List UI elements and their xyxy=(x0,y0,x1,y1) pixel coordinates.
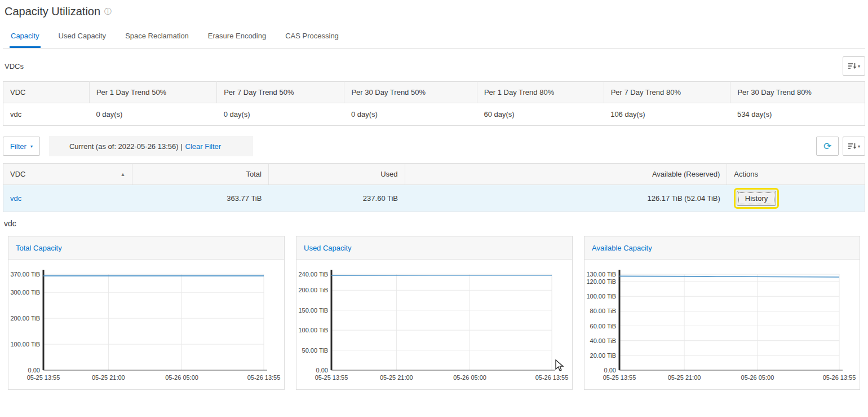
svg-text:05-25 13:55: 05-25 13:55 xyxy=(315,374,348,381)
capacity-utilization-page: Capacity Utilization ⓘ Capacity Used Cap… xyxy=(0,0,868,417)
trend-col-30d-80: Per 30 Day Trend 80% xyxy=(730,82,865,103)
chevron-down-icon: ▾ xyxy=(858,64,860,69)
trend-col-1d-50: Per 1 Day Trend 50% xyxy=(89,82,216,103)
filter-bar: Filter ▾ Current (as of: 2022-05-26 13:5… xyxy=(3,136,865,156)
filter-status-strip: Current (as of: 2022-05-26 13:56) | Clea… xyxy=(49,136,253,156)
svg-text:05-26 05:00: 05-26 05:00 xyxy=(741,374,774,381)
capacity-col-available[interactable]: Available (Reserved) xyxy=(405,164,727,185)
total-capacity-title: Total Capacity xyxy=(16,244,62,252)
svg-text:200.00 TiB: 200.00 TiB xyxy=(298,287,328,293)
vdc-trend-table: VDC Per 1 Day Trend 50% Per 7 Day Trend … xyxy=(3,81,865,126)
available-capacity-panel: Available Capacity 130.00 TiB120.00 TiB1… xyxy=(584,236,860,390)
svg-text:200.00 TiB: 200.00 TiB xyxy=(10,315,40,322)
svg-text:0.00: 0.00 xyxy=(28,367,40,374)
svg-text:40.00 TiB: 40.00 TiB xyxy=(590,337,616,344)
tab-capacity[interactable]: Capacity xyxy=(10,26,41,48)
used-capacity-title: Used Capacity xyxy=(304,244,352,252)
tab-used-capacity[interactable]: Used Capacity xyxy=(57,26,108,48)
capacity-col-vdc[interactable]: VDC ▲ xyxy=(3,164,132,185)
refresh-button[interactable]: ⟳ xyxy=(816,137,839,156)
vdcs-section-title: VDCs xyxy=(3,62,24,71)
svg-text:0.00: 0.00 xyxy=(604,367,616,374)
trend-cell-1d-80: 60 day(s) xyxy=(477,103,604,126)
svg-text:130.00 TiB: 130.00 TiB xyxy=(586,271,616,278)
svg-text:05-26 05:00: 05-26 05:00 xyxy=(165,374,198,381)
chevron-down-icon: ▾ xyxy=(30,144,33,149)
svg-text:05-26 05:00: 05-26 05:00 xyxy=(453,374,486,381)
capacity-cell-vdc: vdc xyxy=(3,185,132,212)
used-capacity-panel: Used Capacity 240.00 TiB200.00 TiB150.00… xyxy=(296,236,573,390)
trend-col-7d-80: Per 7 Day Trend 80% xyxy=(604,82,730,103)
available-capacity-panel-header: Available Capacity xyxy=(584,236,860,260)
capacity-col-total[interactable]: Total xyxy=(132,164,269,185)
vdcs-sort-menu-button[interactable]: ▾ xyxy=(843,56,865,76)
filter-button[interactable]: Filter ▾ xyxy=(3,137,40,156)
capacity-table-header-row: VDC ▲ Total Used Available (Reserved) Ac… xyxy=(3,164,865,185)
filter-status-text: Current (as of: 2022-05-26 13:56) | xyxy=(69,142,183,151)
trend-col-30d-50: Per 30 Day Trend 50% xyxy=(344,82,477,103)
svg-text:05-25 21:00: 05-25 21:00 xyxy=(380,374,413,381)
svg-text:300.00 TiB: 300.00 TiB xyxy=(10,289,40,296)
svg-text:100.00 TiB: 100.00 TiB xyxy=(298,327,328,333)
selected-vdc-title: vdc xyxy=(4,219,865,228)
trend-cell-30d-80: 534 day(s) xyxy=(730,103,865,126)
vdcs-section-header: VDCs ▾ xyxy=(3,56,865,76)
clear-filter-link[interactable]: Clear Filter xyxy=(185,142,222,151)
svg-text:05-25 13:55: 05-25 13:55 xyxy=(603,374,636,381)
svg-text:0.00: 0.00 xyxy=(316,367,328,374)
svg-text:20.00 TiB: 20.00 TiB xyxy=(590,352,616,359)
svg-text:100.00 TiB: 100.00 TiB xyxy=(586,293,616,300)
tab-cas-processing[interactable]: CAS Processing xyxy=(284,26,340,48)
chevron-down-icon: ▾ xyxy=(858,144,860,149)
total-capacity-chart: 370.00 TiB300.00 TiB200.00 TiB100.00 TiB… xyxy=(8,260,284,389)
used-capacity-panel-header: Used Capacity xyxy=(296,236,572,260)
used-capacity-chart: 240.00 TiB200.00 TiB150.00 TiB100.00 TiB… xyxy=(296,260,572,389)
available-capacity-chart: 130.00 TiB120.00 TiB100.00 TiB80.00 TiB6… xyxy=(584,260,860,389)
svg-text:120.00 TiB: 120.00 TiB xyxy=(586,278,616,285)
tab-bar: Capacity Used Capacity Space Reclamation… xyxy=(3,26,865,49)
trend-cell-vdc: vdc xyxy=(3,103,90,126)
vdc-capacity-table: VDC ▲ Total Used Available (Reserved) Ac… xyxy=(3,163,865,212)
trend-table-header-row: VDC Per 1 Day Trend 50% Per 7 Day Trend … xyxy=(3,82,865,103)
capacity-col-vdc-label: VDC xyxy=(10,170,25,178)
history-button[interactable]: History xyxy=(737,191,776,206)
svg-text:50.00 TiB: 50.00 TiB xyxy=(302,347,328,354)
tab-space-reclamation[interactable]: Space Reclamation xyxy=(124,26,190,48)
page-header: Capacity Utilization ⓘ xyxy=(3,0,865,18)
sort-icon xyxy=(848,142,857,150)
info-icon[interactable]: ⓘ xyxy=(104,7,112,17)
trend-table-row: vdc 0 day(s) 0 day(s) 0 day(s) 60 day(s)… xyxy=(3,103,865,126)
capacity-cell-actions: History xyxy=(727,185,865,212)
refresh-icon: ⟳ xyxy=(823,142,831,151)
available-capacity-title: Available Capacity xyxy=(592,244,652,252)
svg-text:60.00 TiB: 60.00 TiB xyxy=(590,323,616,330)
svg-text:05-25 13:55: 05-25 13:55 xyxy=(27,374,60,381)
svg-text:80.00 TiB: 80.00 TiB xyxy=(590,308,616,314)
capacity-sort-menu-button[interactable]: ▾ xyxy=(843,137,865,156)
svg-text:370.00 TiB: 370.00 TiB xyxy=(10,271,40,278)
capacity-charts: Total Capacity 370.00 TiB300.00 TiB200.0… xyxy=(8,236,860,390)
total-capacity-panel: Total Capacity 370.00 TiB300.00 TiB200.0… xyxy=(8,236,285,390)
filter-button-label: Filter xyxy=(10,142,26,151)
sort-ascending-icon: ▲ xyxy=(120,172,125,177)
trend-col-vdc: VDC xyxy=(3,82,90,103)
trend-cell-1d-50: 0 day(s) xyxy=(89,103,216,126)
svg-text:150.00 TiB: 150.00 TiB xyxy=(298,307,328,314)
capacity-col-used[interactable]: Used xyxy=(268,164,405,185)
capacity-cell-available: 126.17 TiB (52.04 TiB) xyxy=(405,185,727,212)
page-title: Capacity Utilization xyxy=(5,5,100,18)
svg-text:240.00 TiB: 240.00 TiB xyxy=(298,271,328,278)
capacity-cell-total: 363.77 TiB xyxy=(132,185,269,212)
total-capacity-panel-header: Total Capacity xyxy=(8,236,284,260)
tab-erasure-encoding[interactable]: Erasure Encoding xyxy=(207,26,267,48)
svg-text:05-26 13:55: 05-26 13:55 xyxy=(535,374,569,381)
svg-text:05-25 21:00: 05-25 21:00 xyxy=(92,374,125,381)
svg-text:05-25 21:00: 05-25 21:00 xyxy=(668,374,701,381)
vdc-link[interactable]: vdc xyxy=(10,194,21,203)
trend-cell-30d-50: 0 day(s) xyxy=(344,103,477,126)
capacity-col-actions: Actions xyxy=(727,164,865,185)
trend-cell-7d-50: 0 day(s) xyxy=(217,103,344,126)
trend-col-7d-50: Per 7 Day Trend 50% xyxy=(217,82,344,103)
svg-text:05-26 13:55: 05-26 13:55 xyxy=(247,374,281,381)
capacity-cell-used: 237.60 TiB xyxy=(268,185,405,212)
